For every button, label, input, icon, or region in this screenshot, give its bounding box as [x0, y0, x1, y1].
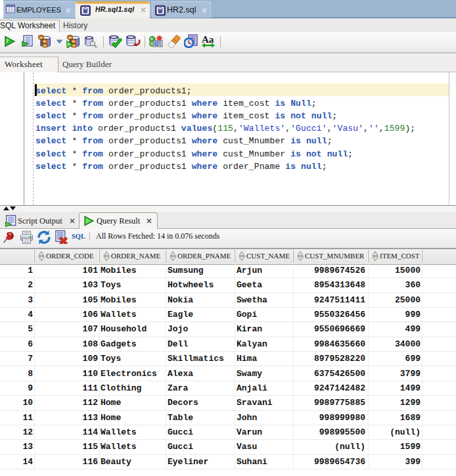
svg-text:SQL: SQL [155, 41, 163, 45]
svg-text:Aa: Aa [202, 34, 214, 45]
